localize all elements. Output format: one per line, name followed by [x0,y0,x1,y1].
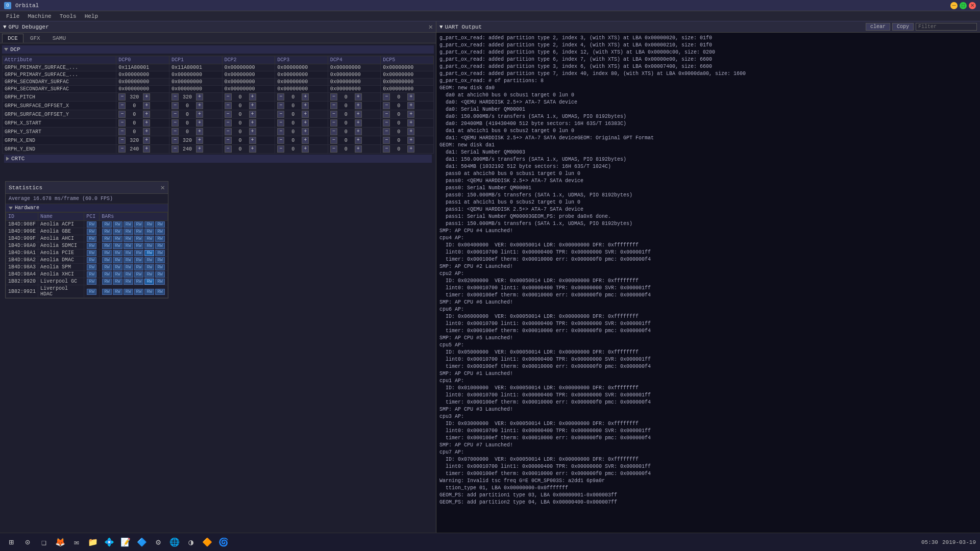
bar-badge[interactable]: RW [155,279,165,285]
decrement-btn[interactable]: − [277,93,284,101]
decrement-btn[interactable]: − [225,145,232,153]
increment-btn[interactable]: + [249,102,256,109]
dcp-value[interactable]: −0+ [381,136,434,145]
dcp-value[interactable]: −0+ [116,119,169,128]
increment-btn[interactable]: + [143,102,150,109]
increment-btn[interactable]: + [302,137,309,144]
dcp-value[interactable]: −0+ [116,102,169,110]
pci-rw-badge[interactable]: RW [87,229,96,235]
bar-badge[interactable]: RW [102,271,112,278]
menu-help[interactable]: Help [81,11,102,21]
bar-badge[interactable]: RW [134,229,144,235]
list-item[interactable]: 1B4D:98A4Aeolia XHCIRWRWRWRWRWRWRW [6,271,168,278]
dcp-value[interactable]: −0+ [275,119,328,128]
dcp-value[interactable]: −0+ [328,110,381,119]
dcp-value[interactable]: −320+ [169,136,222,145]
bar-badge[interactable]: RW [102,250,112,256]
bar-badge[interactable]: RW [113,221,122,228]
decrement-btn[interactable]: − [383,137,390,144]
increment-btn[interactable]: + [407,145,414,153]
decrement-btn[interactable]: − [172,93,179,101]
dcp-value[interactable]: −0+ [275,110,328,119]
decrement-btn[interactable]: − [118,111,126,118]
decrement-btn[interactable]: − [225,119,232,127]
taskbar-app1-icon[interactable]: 🔷 [135,535,149,549]
dcp-value[interactable]: −0+ [328,136,381,145]
taskbar-vs-icon[interactable]: 💠 [102,535,116,549]
menu-file[interactable]: File [2,11,23,21]
increment-btn[interactable]: + [196,145,203,153]
bar-badge[interactable]: RW [144,236,154,242]
dcp-value[interactable]: −320+ [116,136,169,145]
dcp-value[interactable]: −0+ [328,102,381,110]
decrement-btn[interactable]: − [383,128,390,135]
increment-btn[interactable]: + [302,119,309,127]
dcp-value[interactable]: −0+ [381,93,434,102]
bar-badge[interactable]: RW [102,229,112,235]
taskbar-app3-icon[interactable]: 🌀 [216,535,231,549]
list-item[interactable]: 1B82:9921Liverpool HDACRWRWRWRWRWRWRW [6,285,168,298]
increment-btn[interactable]: + [143,93,150,101]
uart-output[interactable]: g_part_ox_read: added partition type 2, … [436,33,980,533]
decrement-btn[interactable]: − [277,137,284,144]
taskbar-app2-icon[interactable]: 🔶 [200,535,214,549]
decrement-btn[interactable]: − [172,111,179,118]
decrement-btn[interactable]: − [225,93,232,101]
increment-btn[interactable]: + [407,128,414,135]
bar-badge[interactable]: RW [144,279,154,285]
pci-rw-badge[interactable]: RW [87,289,96,295]
list-item[interactable]: 1B4D:909FAeolia AHCIRWRWRWRWRWRWRW [6,235,168,242]
decrement-btn[interactable]: − [118,93,126,101]
bar-badge[interactable]: RW [102,221,112,228]
increment-btn[interactable]: + [249,119,256,127]
bar-badge[interactable]: RW [113,236,122,242]
bar-badge[interactable]: RW [102,236,112,242]
list-item[interactable]: 1B82:9920Liverpool GCRWRWRWRWRWRWRW [6,278,168,285]
list-item[interactable]: 1B4D:908FAeolia ACPIRWRWRWRWRWRWRW [6,221,168,228]
bar-badge[interactable]: RW [113,250,122,256]
dcp-value[interactable]: −0+ [169,119,222,128]
increment-btn[interactable]: + [355,93,362,101]
hw-pci[interactable]: RW [84,235,100,242]
increment-btn[interactable]: + [302,102,309,109]
dcp-value[interactable]: −0+ [222,119,275,128]
increment-btn[interactable]: + [355,102,362,109]
increment-btn[interactable]: + [407,102,414,109]
decrement-btn[interactable]: − [383,145,390,153]
pci-rw-badge[interactable]: RW [87,257,96,263]
taskbar-browser-icon[interactable]: 🌐 [167,535,182,549]
dcp-value[interactable]: −0+ [222,102,275,110]
minimize-button[interactable]: ─ [950,2,958,9]
list-item[interactable]: 1B4D:98A0Aeolia SDMCIRWRWRWRWRWRWRW [6,242,168,249]
dcp-value[interactable]: −0+ [275,128,328,136]
bar-badge[interactable]: RW [134,289,144,295]
decrement-btn[interactable]: − [225,111,232,118]
bar-badge[interactable]: RW [102,289,112,295]
taskbar-mail-icon[interactable]: ✉ [69,535,84,549]
bar-badge[interactable]: RW [134,279,144,285]
increment-btn[interactable]: + [143,137,150,144]
bar-badge[interactable]: RW [155,271,165,278]
pci-rw-badge[interactable]: RW [87,271,96,278]
bar-badge[interactable]: RW [134,271,144,278]
hw-pci[interactable]: RW [84,257,100,264]
bar-badge[interactable]: RW [113,257,122,263]
hw-pci[interactable]: RW [84,285,100,298]
decrement-btn[interactable]: − [172,145,179,153]
pci-rw-badge[interactable]: RW [87,250,96,256]
taskbar-search-icon[interactable]: ⊙ [20,535,35,549]
dcp-value[interactable]: −0+ [381,128,434,136]
bar-badge[interactable]: RW [134,264,144,270]
bar-badge[interactable]: RW [134,221,144,228]
increment-btn[interactable]: + [302,145,309,153]
increment-btn[interactable]: + [407,119,414,127]
bar-badge[interactable]: RW [124,236,133,242]
increment-btn[interactable]: + [143,111,150,118]
bar-badge[interactable]: RW [155,221,165,228]
bar-badge[interactable]: RW [134,257,144,263]
hw-pci[interactable]: RW [84,249,100,257]
bar-badge[interactable]: RW [155,289,165,295]
bar-badge[interactable]: RW [144,243,154,249]
dcp-value[interactable]: −0+ [222,128,275,136]
decrement-btn[interactable]: − [330,145,337,153]
